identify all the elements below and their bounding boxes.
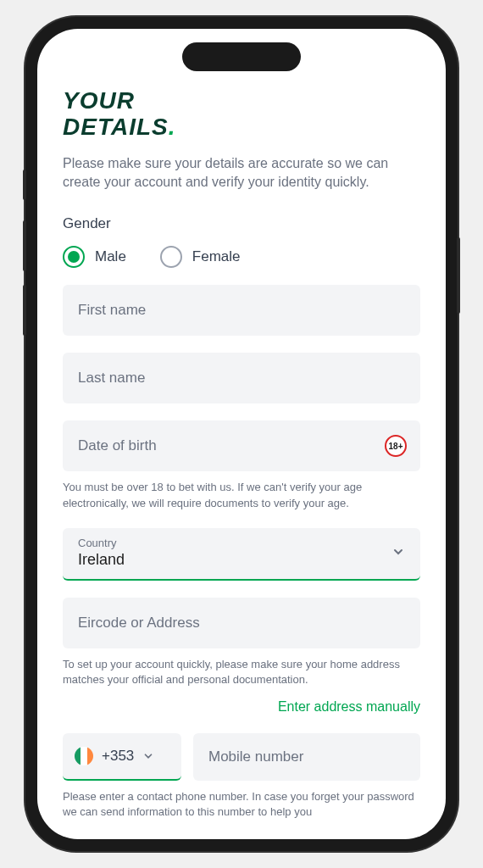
page-subtitle: Please make sure your details are accura… — [63, 154, 420, 192]
gender-radio-group: Male Female — [63, 246, 420, 268]
gender-option-male[interactable]: Male — [63, 246, 126, 268]
phone-frame: YOUR DETAILS. Please make sure your deta… — [25, 17, 458, 851]
address-field[interactable] — [63, 598, 420, 648]
page-title: YOUR DETAILS. — [63, 88, 420, 141]
country-label: Country — [78, 537, 405, 549]
radio-label: Female — [192, 248, 241, 265]
volume-button — [23, 220, 26, 271]
volume-button — [23, 170, 26, 200]
phone-code-value: +353 — [102, 748, 134, 765]
radio-circle-icon — [160, 246, 182, 268]
enter-address-manually-link[interactable]: Enter address manually — [63, 699, 420, 715]
volume-button — [23, 285, 26, 336]
radio-label: Male — [95, 248, 126, 265]
gender-label: Gender — [63, 215, 420, 232]
last-name-field[interactable] — [63, 353, 420, 403]
form-content: YOUR DETAILS. Please make sure your deta… — [37, 29, 446, 839]
notch — [182, 42, 301, 71]
dob-field[interactable] — [63, 420, 420, 471]
title-dot: . — [169, 114, 176, 140]
address-helper-text: To set up your account quickly, please m… — [63, 657, 420, 687]
title-line2: DETAILS — [63, 114, 169, 140]
gender-option-female[interactable]: Female — [160, 246, 241, 268]
phone-helper-text: Please enter a contact phone number. In … — [63, 789, 420, 820]
age-badge-icon: 18+ — [385, 435, 407, 457]
dob-wrapper: 18+ — [63, 420, 420, 471]
country-select[interactable]: Country Ireland — [63, 528, 420, 581]
country-value: Ireland — [78, 551, 405, 569]
power-button — [457, 237, 460, 314]
title-line1: YOUR — [63, 87, 135, 114]
radio-dot-icon — [68, 251, 80, 263]
first-name-field[interactable] — [63, 285, 420, 336]
phone-screen: YOUR DETAILS. Please make sure your deta… — [37, 29, 446, 839]
phone-code-select[interactable]: +353 — [63, 733, 181, 781]
ireland-flag-icon — [75, 747, 93, 765]
radio-circle-icon — [63, 246, 85, 268]
chevron-down-icon — [391, 545, 405, 562]
dob-helper-text: You must be over 18 to bet with us. If w… — [63, 480, 420, 510]
chevron-down-icon — [142, 750, 154, 762]
mobile-number-field[interactable] — [193, 733, 420, 781]
phone-row: +353 — [63, 733, 420, 781]
